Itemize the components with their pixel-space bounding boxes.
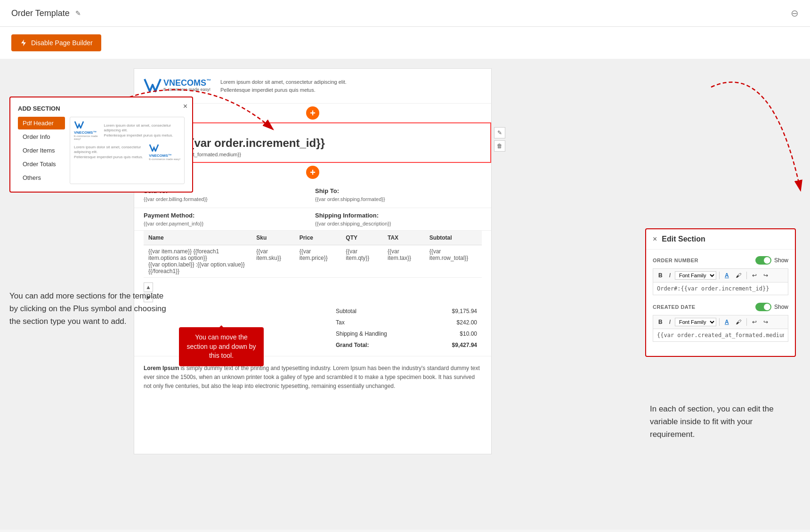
plus-button-middle[interactable]: + [306,166,319,179]
add-section-close-btn[interactable]: × [183,102,187,111]
page-builder-bar: Disable Page Builder [0,27,810,59]
vnecoms-logo-icon [144,78,162,92]
order-number-field-label: ORDER NUMBER [653,258,698,263]
section-item-pdf-header[interactable]: Pdf Header [18,117,65,129]
edit-section-header: × Edit Section [646,229,795,250]
order-number-field-section: ORDER NUMBER Show B I Font Family [653,256,788,295]
item-sku: {{var item.sku}} [251,245,294,278]
items-table: Name Sku Price QTY TAX Subtotal {{var it… [144,231,482,278]
created-date-field-label: CREATED DATE [653,304,696,310]
section-item-order-items[interactable]: Order Items [18,144,65,157]
logo-name: VNECOMS™ [163,79,211,87]
order-number-input[interactable] [653,282,788,295]
created-date-toggle-track[interactable] [755,303,771,311]
edit-section-title: Edit Section [662,235,705,243]
item-subtotal: {{var item.row_total}} [425,245,482,278]
preview-top: VNECOMS™ E-commerce made easy! Lorem ips… [74,121,180,140]
payment-value: {{var order.payment_info}} [144,221,310,226]
preview-logo-right-icon [149,144,159,152]
edit-section-explanation: In each of section, you can edit the var… [650,403,796,441]
total-label: Subtotal [332,306,427,316]
order-number-toggle-thumb [764,257,770,264]
footer-bold: Lorem Ipsum [144,365,179,371]
section-item-order-totals[interactable]: Order Totals [18,158,65,170]
col-price: Price [295,231,341,245]
toolbar-undo-btn-2[interactable]: ↩ [750,317,759,327]
toolbar-redo-btn-2[interactable]: ↪ [761,317,770,327]
toolbar-italic-btn-2[interactable]: I [667,317,673,327]
total-value: $9,427.94 [428,340,481,350]
edit-section-panel: × Edit Section ORDER NUMBER Show B I [645,228,796,357]
toolbar-font-color-btn[interactable]: A [722,271,731,280]
toolbar-divider-4 [746,318,747,326]
move-tooltip: You can move the section up and down by … [179,327,264,366]
add-section-list: Pdf Header Order Info Order Items Order … [18,117,65,184]
top-bar: Order Template ✎ ⊖ [0,0,810,27]
created-date-show-label: Show [774,304,788,310]
toolbar-font-family-select-2[interactable]: Font Family [675,318,716,326]
edit-section-icon-btn[interactable]: ✎ [494,127,505,138]
order-number-field-header: ORDER NUMBER Show [653,256,788,265]
edit-section-body: ORDER NUMBER Show B I Font Family [646,250,795,356]
toolbar-redo-btn[interactable]: ↪ [761,271,770,280]
total-value: $242.00 [428,317,481,328]
close-icon[interactable]: ⊖ [791,8,799,19]
toolbar-font-family-select[interactable]: Font Family [675,271,716,280]
total-label: Tax [332,317,427,328]
svg-marker-0 [21,40,26,46]
section-controls: ✎ 🗑 [494,127,505,152]
disable-page-builder-button[interactable]: Disable Page Builder [11,34,101,51]
add-section-explanation: You can add more sections for the templa… [9,290,170,328]
order-number-toggle: Show [755,256,788,265]
totals-row: Tax$242.00 [332,317,481,328]
created-date-field-section: CREATED DATE Show B I Font Family [653,303,788,342]
order-number-toggle-track[interactable] [755,256,771,265]
totals-row: Grand Total:$9,427.94 [332,340,481,350]
created-date-toolbar: B I Font Family A 🖌 ↩ ↪ [653,315,788,329]
section-item-order-info[interactable]: Order Info [18,130,65,143]
plus-button-top[interactable]: + [306,106,319,120]
preview-logo-tagline: E-commerce made easy! [74,135,100,140]
total-label: Shipping & Handling [332,329,427,339]
delete-section-btn[interactable]: 🗑 [494,140,505,152]
total-value: $9,175.94 [428,306,481,316]
sold-to-value: {{var order.billing.formated}} [144,196,310,202]
created-date-toggle: Show [755,303,788,311]
toolbar-highlight-btn[interactable]: 🖌 [733,271,744,280]
totals-row: Subtotal$9,175.94 [332,306,481,316]
toolbar-italic-btn[interactable]: I [667,271,673,280]
item-qty: {{var item.qty}} [341,245,383,278]
toolbar-font-color-btn-2[interactable]: A [722,317,731,327]
toolbar-highlight-btn-2[interactable]: 🖌 [733,317,744,327]
order-number-toolbar: B I Font Family A 🖌 ↩ ↪ [653,268,788,282]
edit-section-close-btn[interactable]: × [653,235,657,243]
preview-logo-area: VNECOMS™ E-commerce made easy! [74,121,100,140]
item-tax: {{var item.tax}} [383,245,425,278]
created-date-input[interactable] [653,329,788,342]
toolbar-bold-btn[interactable]: B [656,271,665,280]
toolbar-divider-1 [719,272,720,279]
logo-tagline: E-commerce made easy! [163,87,211,92]
items-table-wrap: Name Sku Price QTY TAX Subtotal {{var it… [134,231,491,278]
payment-label: Payment Method: [144,212,310,219]
shipping-block: Shipping Information: {{var order.shippi… [315,212,482,226]
logo-area: VNECOMS™ E-commerce made easy! [144,78,211,92]
payment-block: Payment Method: {{var order.payment_info… [144,212,310,226]
toolbar-bold-btn-2[interactable]: B [656,317,665,327]
arrow-edit-section [480,59,810,238]
totals-row: Shipping & Handling$10.00 [332,329,481,339]
page-title: Order Template [11,8,70,18]
preview-lorem-bottom: Lorem ipsum dolor sit amet, consectetur … [74,145,145,160]
add-section-title: ADD SECTION [18,105,185,112]
col-name: Name [144,231,251,245]
main-content: VNECOMS™ E-commerce made easy! Lorem ips… [0,59,810,530]
total-label: Grand Total: [332,340,427,350]
add-section-content: Pdf Header Order Info Order Items Order … [18,117,185,184]
section-item-others[interactable]: Others [18,171,65,184]
created-date-field-header: CREATED DATE Show [653,303,788,311]
total-value: $10.00 [428,329,481,339]
edit-title-icon[interactable]: ✎ [75,9,81,17]
lightning-icon [20,39,27,47]
toolbar-undo-btn[interactable]: ↩ [750,271,759,280]
col-subtotal: Subtotal [425,231,482,245]
